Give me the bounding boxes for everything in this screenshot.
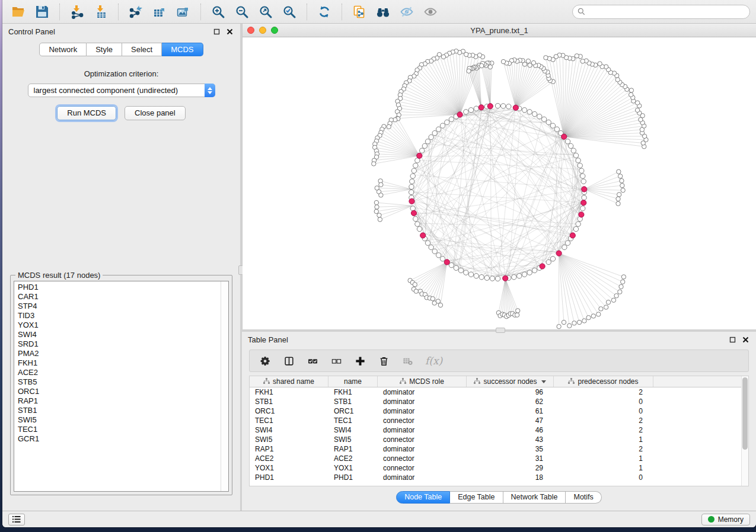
cell-predecessor-nodes: 1 [554, 454, 653, 463]
float-panel-icon[interactable] [212, 27, 221, 36]
close-panel-button[interactable]: Close panel [125, 106, 186, 120]
table-row[interactable]: SWI4SWI4dominator462 [250, 425, 741, 435]
column-header-predecessor-nodes[interactable]: predecessor nodes [554, 376, 653, 387]
list-item[interactable]: SRD1 [18, 339, 221, 349]
import-network-icon[interactable] [67, 3, 87, 21]
mcds-result-groupbox: MCDS result (17 nodes) PHD1CAR1STP4TID3Y… [10, 275, 232, 495]
list-item[interactable]: TID3 [18, 311, 221, 321]
tab-style[interactable]: Style [87, 43, 122, 56]
network-canvas[interactable] [243, 37, 756, 329]
minimize-window-icon[interactable] [259, 27, 266, 34]
export-network-icon[interactable] [126, 3, 146, 21]
apply-layout-icon[interactable] [314, 3, 334, 21]
list-item[interactable]: PHD1 [18, 283, 221, 292]
column-header-name[interactable]: name [328, 376, 378, 387]
add-column-icon[interactable] [354, 355, 366, 367]
network-node [554, 127, 559, 132]
table-scrollbar[interactable] [741, 376, 748, 486]
close-window-icon[interactable] [247, 27, 254, 34]
column-header-MCDS-role[interactable]: MCDS role [378, 376, 467, 387]
search-input[interactable] [572, 5, 750, 19]
list-item[interactable]: SWI5 [18, 415, 221, 425]
list-item[interactable]: ORC1 [18, 387, 221, 396]
table-row[interactable]: ACE2ACE2connector311 [250, 454, 741, 463]
cell-successor-nodes: 18 [467, 473, 554, 482]
tab-motifs[interactable]: Motifs [566, 491, 601, 504]
task-history-icon[interactable] [8, 514, 25, 525]
list-item[interactable]: CAR1 [18, 292, 221, 302]
list-item[interactable]: RAP1 [18, 396, 221, 406]
open-session-icon[interactable] [8, 3, 28, 21]
list-item[interactable]: STB1 [18, 406, 221, 415]
network-node [575, 54, 579, 58]
network-node [377, 213, 381, 217]
tab-node-table[interactable]: Node Table [396, 491, 450, 504]
column-header-shared-name[interactable]: shared name [250, 376, 328, 387]
tab-select[interactable]: Select [122, 43, 162, 56]
list-item[interactable]: FKH1 [18, 358, 221, 368]
network-node [606, 300, 610, 304]
show-column-icon[interactable] [283, 355, 295, 367]
network-node [378, 217, 382, 222]
network-node [409, 190, 413, 194]
table-row[interactable]: STB1STB1dominator620 [250, 397, 741, 406]
list-item[interactable]: YOX1 [18, 321, 221, 330]
function-builder-icon[interactable]: f(x) [425, 355, 442, 367]
list-item[interactable]: TEC1 [18, 425, 221, 434]
tab-edge-table[interactable]: Edge Table [450, 491, 503, 504]
import-table-icon[interactable] [91, 3, 111, 21]
export-table-icon[interactable] [149, 3, 170, 21]
table-row[interactable]: RAP1RAP1dominator352 [250, 444, 741, 454]
list-item[interactable]: STP4 [18, 302, 221, 311]
table-row[interactable]: ORC1ORC1dominator610 [250, 406, 741, 416]
close-panel-icon[interactable] [741, 335, 750, 344]
mcds-result-scrollbar[interactable] [221, 281, 228, 491]
tab-network-table[interactable]: Network Table [503, 491, 566, 504]
select-all-rows-icon[interactable] [307, 355, 318, 367]
list-item[interactable]: GCR1 [18, 434, 221, 444]
tab-network[interactable]: Network [39, 43, 87, 56]
new-network-from-selection-icon[interactable] [349, 3, 369, 21]
find-binoculars-icon[interactable] [373, 3, 393, 21]
network-node [375, 205, 379, 209]
table-row[interactable]: TEC1TEC1connector472 [250, 416, 741, 425]
scrollbar-thumb[interactable] [742, 377, 748, 450]
table-settings-gear-icon[interactable] [259, 355, 271, 367]
vertical-splitter[interactable] [240, 24, 242, 511]
memory-button[interactable]: Memory [701, 514, 750, 525]
zoom-selected-icon[interactable] [279, 3, 299, 21]
show-all-icon[interactable] [420, 3, 441, 21]
list-item[interactable]: STB5 [18, 377, 221, 387]
table-row[interactable]: SWI5SWI5connector431 [250, 435, 741, 444]
table-row[interactable]: YOX1YOX1connector291 [250, 463, 741, 473]
network-node-mcds [579, 212, 584, 217]
delete-table-icon[interactable] [401, 355, 413, 367]
float-panel-icon[interactable] [728, 335, 737, 344]
column-header-successor-nodes[interactable]: successor nodes [467, 376, 554, 387]
delete-column-icon[interactable] [378, 355, 390, 367]
list-item[interactable]: ACE2 [18, 368, 221, 377]
list-item[interactable]: SWI4 [18, 330, 221, 339]
close-panel-icon[interactable] [225, 27, 234, 36]
export-image-icon[interactable] [173, 3, 193, 21]
network-nodes[interactable] [372, 49, 649, 329]
list-item[interactable]: PMA2 [18, 349, 221, 358]
tab-mcds[interactable]: MCDS [162, 43, 203, 56]
zoom-out-icon[interactable] [232, 3, 252, 21]
network-node [596, 312, 601, 316]
cell-predecessor-nodes: 1 [554, 464, 653, 472]
save-session-icon[interactable] [32, 3, 52, 21]
hide-selected-icon[interactable] [397, 3, 417, 21]
table-row[interactable]: PHD1PHD1dominator180 [250, 473, 741, 482]
network-node [379, 193, 383, 197]
horizontal-splitter[interactable] [242, 329, 756, 332]
deselect-all-rows-icon[interactable] [330, 355, 342, 367]
maximize-window-icon[interactable] [271, 27, 278, 34]
table-row[interactable]: FKH1FKH1dominator962 [250, 387, 741, 397]
run-mcds-button[interactable]: Run MCDS [57, 106, 116, 120]
splitter-handle[interactable] [496, 328, 505, 333]
zoom-in-icon[interactable] [208, 3, 228, 21]
zoom-fit-icon[interactable] [256, 3, 276, 21]
network-node [537, 114, 542, 118]
criterion-select[interactable]: largest connected component (undirected) [28, 84, 215, 97]
